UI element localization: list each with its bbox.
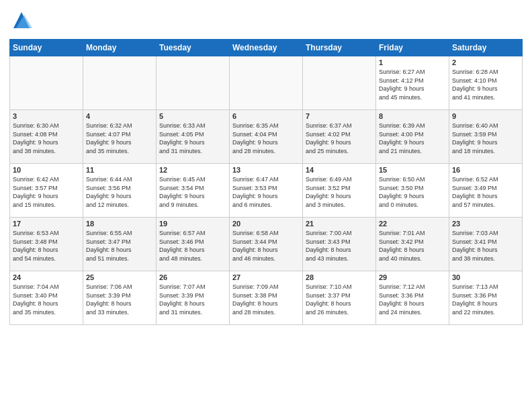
calendar-cell: 30Sunrise: 7:13 AM Sunset: 3:36 PM Dayli…	[449, 271, 523, 325]
day-detail: Sunrise: 6:44 AM Sunset: 3:56 PM Dayligh…	[86, 175, 153, 209]
day-detail: Sunrise: 6:50 AM Sunset: 3:50 PM Dayligh…	[379, 175, 446, 209]
calendar-cell: 26Sunrise: 7:07 AM Sunset: 3:39 PM Dayli…	[157, 271, 230, 325]
header	[9, 7, 523, 34]
day-number: 3	[13, 112, 80, 120]
calendar-cell	[230, 56, 303, 110]
calendar-cell: 10Sunrise: 6:42 AM Sunset: 3:57 PM Dayli…	[10, 164, 83, 218]
calendar-cell: 24Sunrise: 7:04 AM Sunset: 3:40 PM Dayli…	[10, 271, 83, 325]
calendar-cell: 7Sunrise: 6:37 AM Sunset: 4:02 PM Daylig…	[303, 110, 376, 164]
day-number: 17	[13, 220, 80, 228]
calendar-weekday-wednesday: Wednesday	[230, 40, 303, 56]
day-number: 24	[13, 273, 80, 281]
day-detail: Sunrise: 7:04 AM Sunset: 3:40 PM Dayligh…	[13, 283, 80, 316]
day-number: 10	[13, 166, 80, 174]
calendar-cell: 5Sunrise: 6:33 AM Sunset: 4:05 PM Daylig…	[157, 110, 230, 164]
day-detail: Sunrise: 6:53 AM Sunset: 3:48 PM Dayligh…	[13, 229, 80, 263]
calendar-cell: 18Sunrise: 6:55 AM Sunset: 3:47 PM Dayli…	[83, 218, 157, 271]
day-detail: Sunrise: 7:13 AM Sunset: 3:36 PM Dayligh…	[452, 283, 519, 316]
calendar-cell: 9Sunrise: 6:40 AM Sunset: 3:59 PM Daylig…	[449, 110, 523, 164]
day-number: 29	[379, 273, 446, 281]
calendar-cell: 28Sunrise: 7:10 AM Sunset: 3:37 PM Dayli…	[303, 271, 376, 325]
calendar-cell: 16Sunrise: 6:52 AM Sunset: 3:49 PM Dayli…	[449, 164, 523, 218]
day-detail: Sunrise: 6:27 AM Sunset: 4:12 PM Dayligh…	[379, 68, 446, 101]
calendar-week-row: 3Sunrise: 6:30 AM Sunset: 4:08 PM Daylig…	[10, 110, 523, 164]
day-number: 27	[232, 273, 300, 281]
day-detail: Sunrise: 7:09 AM Sunset: 3:38 PM Dayligh…	[232, 283, 300, 316]
day-detail: Sunrise: 6:35 AM Sunset: 4:04 PM Dayligh…	[232, 122, 300, 155]
day-detail: Sunrise: 6:57 AM Sunset: 3:46 PM Dayligh…	[159, 229, 226, 263]
day-number: 28	[306, 273, 373, 281]
day-number: 16	[452, 166, 519, 174]
day-number: 25	[86, 273, 153, 281]
day-number: 21	[306, 220, 373, 228]
day-number: 13	[232, 166, 300, 174]
calendar-cell	[10, 56, 83, 110]
calendar-week-row: 10Sunrise: 6:42 AM Sunset: 3:57 PM Dayli…	[10, 164, 523, 218]
calendar-cell: 25Sunrise: 7:06 AM Sunset: 3:39 PM Dayli…	[83, 271, 157, 325]
day-number: 6	[232, 112, 300, 120]
day-detail: Sunrise: 6:45 AM Sunset: 3:54 PM Dayligh…	[159, 175, 226, 209]
calendar-cell: 12Sunrise: 6:45 AM Sunset: 3:54 PM Dayli…	[157, 164, 230, 218]
day-detail: Sunrise: 7:06 AM Sunset: 3:39 PM Dayligh…	[86, 283, 153, 316]
calendar-cell	[157, 56, 230, 110]
calendar-week-row: 24Sunrise: 7:04 AM Sunset: 3:40 PM Dayli…	[10, 271, 523, 325]
calendar-week-row: 1Sunrise: 6:27 AM Sunset: 4:12 PM Daylig…	[10, 56, 523, 110]
day-detail: Sunrise: 7:00 AM Sunset: 3:43 PM Dayligh…	[306, 229, 373, 263]
day-detail: Sunrise: 6:33 AM Sunset: 4:05 PM Dayligh…	[159, 122, 226, 155]
day-number: 23	[452, 220, 519, 228]
page: SundayMondayTuesdayWednesdayThursdayFrid…	[0, 0, 532, 411]
day-number: 15	[379, 166, 446, 174]
calendar-cell: 19Sunrise: 6:57 AM Sunset: 3:46 PM Dayli…	[157, 218, 230, 271]
calendar-cell	[303, 56, 376, 110]
day-number: 22	[379, 220, 446, 228]
day-number: 7	[306, 112, 373, 120]
day-number: 8	[379, 112, 446, 120]
day-number: 11	[86, 166, 153, 174]
calendar-weekday-sunday: Sunday	[10, 40, 83, 56]
day-number: 30	[452, 273, 519, 281]
calendar-cell: 20Sunrise: 6:58 AM Sunset: 3:44 PM Dayli…	[230, 218, 303, 271]
calendar-cell	[83, 56, 157, 110]
calendar-cell: 1Sunrise: 6:27 AM Sunset: 4:12 PM Daylig…	[376, 56, 449, 110]
day-detail: Sunrise: 6:47 AM Sunset: 3:53 PM Dayligh…	[232, 175, 300, 209]
calendar-cell: 3Sunrise: 6:30 AM Sunset: 4:08 PM Daylig…	[10, 110, 83, 164]
calendar-cell: 13Sunrise: 6:47 AM Sunset: 3:53 PM Dayli…	[230, 164, 303, 218]
calendar-cell: 11Sunrise: 6:44 AM Sunset: 3:56 PM Dayli…	[83, 164, 157, 218]
day-detail: Sunrise: 6:49 AM Sunset: 3:52 PM Dayligh…	[306, 175, 373, 209]
day-number: 9	[452, 112, 519, 120]
day-number: 18	[86, 220, 153, 228]
calendar-cell: 22Sunrise: 7:01 AM Sunset: 3:42 PM Dayli…	[376, 218, 449, 271]
calendar-cell: 4Sunrise: 6:32 AM Sunset: 4:07 PM Daylig…	[83, 110, 157, 164]
calendar-cell: 21Sunrise: 7:00 AM Sunset: 3:43 PM Dayli…	[303, 218, 376, 271]
day-number: 26	[159, 273, 226, 281]
day-detail: Sunrise: 7:01 AM Sunset: 3:42 PM Dayligh…	[379, 229, 446, 263]
day-detail: Sunrise: 6:40 AM Sunset: 3:59 PM Dayligh…	[452, 122, 519, 155]
day-detail: Sunrise: 6:32 AM Sunset: 4:07 PM Dayligh…	[86, 122, 153, 155]
calendar-cell: 8Sunrise: 6:39 AM Sunset: 4:00 PM Daylig…	[376, 110, 449, 164]
day-number: 2	[452, 58, 519, 66]
calendar-header-row: SundayMondayTuesdayWednesdayThursdayFrid…	[10, 40, 523, 56]
day-detail: Sunrise: 7:12 AM Sunset: 3:36 PM Dayligh…	[379, 283, 446, 316]
calendar-week-row: 17Sunrise: 6:53 AM Sunset: 3:48 PM Dayli…	[10, 218, 523, 271]
calendar-weekday-thursday: Thursday	[303, 40, 376, 56]
day-detail: Sunrise: 6:58 AM Sunset: 3:44 PM Dayligh…	[232, 229, 300, 263]
day-detail: Sunrise: 6:55 AM Sunset: 3:47 PM Dayligh…	[86, 229, 153, 263]
calendar-weekday-tuesday: Tuesday	[157, 40, 230, 56]
day-detail: Sunrise: 7:07 AM Sunset: 3:39 PM Dayligh…	[159, 283, 226, 316]
logo-icon	[9, 9, 34, 34]
calendar-cell: 17Sunrise: 6:53 AM Sunset: 3:48 PM Dayli…	[10, 218, 83, 271]
day-number: 14	[306, 166, 373, 174]
day-detail: Sunrise: 6:28 AM Sunset: 4:10 PM Dayligh…	[452, 68, 519, 101]
calendar-weekday-saturday: Saturday	[449, 40, 523, 56]
day-detail: Sunrise: 6:52 AM Sunset: 3:49 PM Dayligh…	[452, 175, 519, 209]
day-detail: Sunrise: 6:39 AM Sunset: 4:00 PM Dayligh…	[379, 122, 446, 155]
calendar-cell: 23Sunrise: 7:03 AM Sunset: 3:41 PM Dayli…	[449, 218, 523, 271]
day-detail: Sunrise: 6:30 AM Sunset: 4:08 PM Dayligh…	[13, 122, 80, 155]
calendar-cell: 27Sunrise: 7:09 AM Sunset: 3:38 PM Dayli…	[230, 271, 303, 325]
day-detail: Sunrise: 7:10 AM Sunset: 3:37 PM Dayligh…	[306, 283, 373, 316]
calendar-cell: 6Sunrise: 6:35 AM Sunset: 4:04 PM Daylig…	[230, 110, 303, 164]
calendar-cell: 29Sunrise: 7:12 AM Sunset: 3:36 PM Dayli…	[376, 271, 449, 325]
day-number: 20	[232, 220, 300, 228]
calendar-weekday-monday: Monday	[83, 40, 157, 56]
calendar-cell: 2Sunrise: 6:28 AM Sunset: 4:10 PM Daylig…	[449, 56, 523, 110]
